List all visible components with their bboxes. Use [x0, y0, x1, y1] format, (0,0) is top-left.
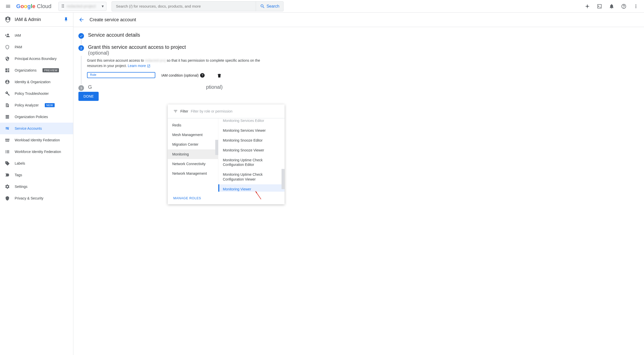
- role-option-item[interactable]: Monitoring Uptime Check Configuration Ed…: [218, 155, 285, 170]
- sidebar-item-workforce-identity-federation[interactable]: Workforce Identity Federation: [0, 146, 73, 158]
- google-cloud-logo[interactable]: Google Cloud: [16, 3, 51, 10]
- filter-placeholder: Filter by role or permission: [191, 109, 232, 113]
- account-icon: [5, 79, 10, 85]
- workload-icon: [5, 137, 10, 143]
- workforce-icon: [5, 149, 10, 154]
- role-category-item[interactable]: Migration Center: [168, 140, 218, 149]
- sidebar-item-pam[interactable]: PAM: [0, 41, 73, 53]
- sidebar-item-label: Tags: [15, 173, 22, 177]
- notifications-icon[interactable]: [609, 3, 615, 9]
- sidebar-item-service-accounts[interactable]: Service Accounts: [0, 123, 73, 134]
- iam-shield-icon: [5, 16, 11, 23]
- role-category-item[interactable]: Network Connectivity: [168, 159, 218, 169]
- role-option-list[interactable]: Monitoring Services EditorMonitoring Ser…: [218, 118, 285, 192]
- sidebar-item-policy-analyzer[interactable]: Policy AnalyzerNEW: [0, 99, 73, 111]
- sidebar-item-principal-access-boundary[interactable]: Principal Access Boundary: [0, 53, 73, 64]
- sidebar-item-label: Organizations: [15, 68, 36, 72]
- person-add-icon: [5, 33, 10, 38]
- page-title: Create service account: [90, 17, 136, 23]
- step-2-title: Grant this service account access to pro…: [88, 44, 186, 50]
- step-1[interactable]: Service account details: [78, 32, 639, 39]
- role-option-item[interactable]: Monitoring Snooze Viewer: [218, 145, 285, 155]
- sidebar-item-identity-organization[interactable]: Identity & Organization: [0, 76, 73, 88]
- sidebar-item-tags[interactable]: Tags: [0, 169, 73, 181]
- role-dropdown-panel: Filter Filter by role or permission Redi…: [168, 104, 285, 204]
- cloud-shell-icon[interactable]: [596, 3, 603, 9]
- top-utility-icons: [584, 3, 639, 9]
- sidebar-item-labels[interactable]: Labels: [0, 158, 73, 169]
- sidebar-item-label: PAM: [15, 45, 22, 49]
- sidebar-item-label: Service Accounts: [15, 126, 42, 130]
- help-tooltip-icon[interactable]: ?: [200, 73, 205, 78]
- role-option-item[interactable]: Monitoring Services Editor: [218, 118, 285, 126]
- caret-down-icon: ▾: [102, 4, 104, 9]
- wrench-icon: [5, 91, 10, 96]
- project-name: redacted-project: [67, 4, 100, 9]
- sidebar-item-label: Identity & Organization: [15, 80, 51, 84]
- sidebar-item-settings[interactable]: Settings: [0, 181, 73, 192]
- step-3[interactable]: 3 G ptional): [78, 84, 639, 91]
- sidebar-title: IAM & Admin: [15, 17, 60, 22]
- role-select-field[interactable]: Role: [87, 72, 155, 78]
- step-2-body: Grant this service account access to red…: [81, 56, 273, 84]
- sidebar-item-organization-policies[interactable]: Organization Policies: [0, 111, 73, 123]
- boundary-icon: [5, 56, 10, 61]
- hamburger-menu-icon[interactable]: [3, 1, 13, 11]
- gemini-spark-icon[interactable]: [584, 3, 590, 9]
- step-2-optional: (optional): [88, 50, 186, 56]
- options-scrollbar[interactable]: [282, 169, 285, 189]
- step-2-number: 2: [78, 45, 84, 51]
- project-picker[interactable]: ⠿ redacted-project ▾: [58, 2, 106, 11]
- step-1-check-icon: [78, 33, 84, 39]
- sidebar-item-label: Workload Identity Federation: [15, 138, 60, 142]
- search-button[interactable]: Search: [256, 2, 284, 11]
- role-option-item[interactable]: Monitoring Viewer: [218, 184, 285, 192]
- sidebar-item-label: Policy Troubleshooter: [15, 92, 49, 96]
- privacy-icon: [5, 195, 10, 201]
- sidebar-item-label: Workforce Identity Federation: [15, 150, 61, 154]
- search-input[interactable]: [112, 4, 255, 8]
- role-option-item[interactable]: Monitoring Snooze Editor: [218, 136, 285, 145]
- role-category-list[interactable]: RedisMesh ManagementMigration CenterMoni…: [168, 118, 218, 192]
- step-2-description: Grant this service account access to red…: [87, 58, 273, 69]
- sidebar-item-label: Organization Policies: [15, 115, 48, 119]
- manage-roles-link[interactable]: MANAGE ROLES: [173, 196, 201, 200]
- more-menu-icon[interactable]: [633, 3, 639, 9]
- role-filter-row[interactable]: Filter Filter by role or permission: [168, 104, 285, 118]
- role-option-item[interactable]: Monitoring Services Viewer: [218, 126, 285, 136]
- tag-icon: [5, 161, 10, 166]
- role-category-item[interactable]: Network Management: [168, 169, 218, 178]
- sidebar-item-policy-troubleshooter[interactable]: Policy Troubleshooter: [0, 88, 73, 99]
- shield-outline-icon: [5, 44, 10, 50]
- project-icon: ⠿: [61, 4, 65, 9]
- main-content: Create service account Service account d…: [73, 13, 644, 355]
- label-tag-icon: [5, 172, 10, 178]
- top-bar: Google Cloud ⠿ redacted-project ▾ Search: [0, 0, 644, 13]
- role-category-item[interactable]: Monitoring: [168, 149, 218, 159]
- service-account-icon: [5, 126, 10, 131]
- sidebar-item-label: Labels: [15, 161, 25, 165]
- sidebar-item-label: Policy Analyzer: [15, 103, 39, 107]
- badge: PREVIEW: [42, 68, 59, 72]
- pin-icon[interactable]: [63, 17, 69, 22]
- sidebar-item-organizations[interactable]: OrganizationsPREVIEW: [0, 64, 73, 76]
- help-icon[interactable]: [621, 3, 627, 9]
- role-option-item[interactable]: Monitoring Uptime Check Configuration Vi…: [218, 170, 285, 184]
- learn-more-link[interactable]: Learn more: [128, 64, 150, 68]
- filter-icon: [173, 109, 178, 114]
- role-category-item[interactable]: Mesh Management: [168, 130, 218, 140]
- sidebar-item-workload-identity-federation[interactable]: Workload Identity Federation: [0, 134, 73, 146]
- sidebar-item-privacy-security[interactable]: Privacy & Security: [0, 192, 73, 204]
- sidebar-item-iam[interactable]: IAM: [0, 30, 73, 41]
- policy-icon: [5, 114, 10, 120]
- sidebar-item-label: Settings: [15, 185, 28, 189]
- badge: NEW: [45, 103, 55, 107]
- role-category-item[interactable]: Redis: [168, 120, 218, 130]
- back-arrow-icon[interactable]: [78, 17, 84, 23]
- done-button[interactable]: DONE: [78, 92, 99, 101]
- gear-icon: [5, 184, 10, 189]
- delete-role-icon[interactable]: [217, 73, 222, 78]
- category-scrollbar[interactable]: [215, 140, 218, 155]
- step-1-title: Service account details: [88, 32, 140, 38]
- step-2: 2 Grant this service account access to p…: [78, 44, 639, 56]
